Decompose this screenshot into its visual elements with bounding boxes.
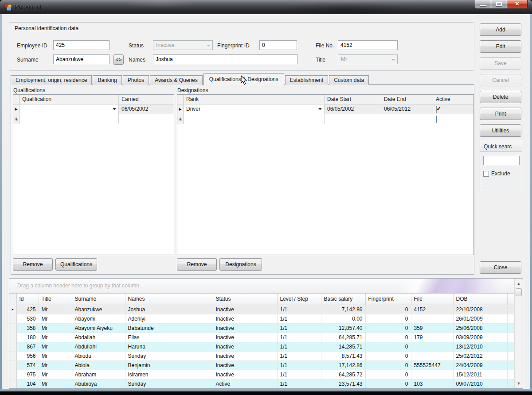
grid-cell[interactable]: Joshua xyxy=(125,305,213,314)
grid-cell[interactable]: 1/1 xyxy=(277,342,321,351)
grid-cell[interactable] xyxy=(411,370,453,379)
grid-cell[interactable]: 8,571.43 xyxy=(321,351,365,360)
grid-cell[interactable]: 1/1 xyxy=(277,370,321,379)
grid-cell[interactable]: 975 xyxy=(16,370,39,379)
grid-cell[interactable]: 09/07/2010 xyxy=(453,379,507,388)
grid-cell[interactable]: Benjamin xyxy=(125,360,213,370)
grid-cell[interactable]: Mr xyxy=(39,333,72,342)
designations-button[interactable]: Designations xyxy=(219,258,262,271)
grid-cell[interactable]: 25/02/2012 xyxy=(453,351,507,360)
column-header[interactable]: Names xyxy=(125,294,213,305)
grid-cell[interactable]: 03/09/2009 xyxy=(453,333,507,342)
grid-cell[interactable]: Inactive xyxy=(213,370,277,379)
tab-custom-data[interactable]: Custom data xyxy=(329,75,369,85)
grid-cell[interactable]: 0 xyxy=(365,342,411,351)
grid-cell[interactable]: Inactive xyxy=(213,323,277,333)
table-row[interactable]: ►425MrAbanzukweJoshuaInactive1/17,142.86… xyxy=(9,305,514,314)
grid-cell[interactable]: 15/12/2011 xyxy=(453,370,507,379)
grid-cell[interactable]: 0.00 xyxy=(321,314,365,323)
table-row[interactable]: 574MrAbiolaBenjaminInactive1/117,142.860… xyxy=(9,360,514,370)
grid-cell[interactable]: 0 xyxy=(365,351,411,360)
remove-qualification-button[interactable]: Remove xyxy=(13,258,53,271)
column-header[interactable]: DOB xyxy=(453,294,507,305)
column-header[interactable]: Title xyxy=(39,294,72,305)
rank-combo-cell[interactable]: Driver xyxy=(184,105,325,114)
grid-cell[interactable]: 0 xyxy=(365,323,411,333)
grid-cell[interactable]: Isiramen xyxy=(125,370,213,379)
column-header[interactable]: Basic salary xyxy=(321,294,365,305)
new-row[interactable]: ✳ xyxy=(177,114,473,124)
date-end-cell[interactable]: 06/05/2012 xyxy=(381,105,433,114)
remove-designation-button[interactable]: Remove xyxy=(177,258,217,271)
grid-cell[interactable] xyxy=(20,114,119,124)
grid-cell[interactable]: Inactive xyxy=(213,351,277,360)
earned-cell[interactable]: 06/05/2002 xyxy=(119,105,174,114)
grid-cell[interactable]: 17,142.86 xyxy=(321,360,365,370)
column-header[interactable]: File xyxy=(411,294,453,305)
column-header[interactable]: Date End xyxy=(381,95,433,104)
save-button[interactable]: Save xyxy=(480,57,521,70)
grid-cell[interactable]: 24/04/2009 xyxy=(453,360,507,370)
tab-establishment[interactable]: Establishment xyxy=(285,75,328,85)
grid-cell[interactable]: 180 xyxy=(16,333,39,342)
grid-cell[interactable]: 555525447 xyxy=(411,360,453,370)
grid-cell[interactable]: 103 xyxy=(411,379,453,388)
grid-cell[interactable]: 0 xyxy=(365,360,411,370)
column-header[interactable]: Active xyxy=(433,95,473,104)
column-header[interactable]: Date Start xyxy=(325,95,381,104)
swap-names-button[interactable]: <> xyxy=(113,54,124,65)
grid-cell[interactable] xyxy=(433,114,473,124)
table-row[interactable]: ▶ 06/05/2002 xyxy=(13,105,174,114)
table-row[interactable]: 358MrAbayomi AiyekuBabatundeInactive1/11… xyxy=(9,323,514,333)
grid-cell[interactable]: Abayomi xyxy=(72,314,125,323)
qualification-combo-cell[interactable] xyxy=(20,105,119,114)
tab-qualifications-designations[interactable]: Qualifications & Designations xyxy=(203,73,284,85)
exclude-checkbox[interactable] xyxy=(483,171,489,177)
grid-cell[interactable]: 0 xyxy=(365,370,411,379)
vertical-scrollbar[interactable]: ▲ ▼ xyxy=(514,279,523,388)
grid-cell[interactable]: 13/12/2010 xyxy=(453,342,507,351)
grid-cell[interactable]: 1/1 xyxy=(277,314,321,323)
fingerprint-id-input[interactable] xyxy=(259,40,297,50)
grid-cell[interactable]: Abdallah xyxy=(72,333,125,342)
grid-cell[interactable] xyxy=(381,114,433,124)
column-header[interactable]: Surname xyxy=(72,294,125,305)
window-titlebar[interactable]: Personnel ✕ xyxy=(0,0,532,14)
grid-cell[interactable]: 4152 xyxy=(411,305,453,314)
grid-cell[interactable]: 1/1 xyxy=(277,323,321,333)
grid-cell[interactable]: Babatunde xyxy=(125,323,213,333)
table-row[interactable]: 104MrAbubioyaSundayActive1/123,571.43010… xyxy=(9,379,514,388)
grid-cell[interactable]: 1/1 xyxy=(277,351,321,360)
scroll-thumb[interactable] xyxy=(516,288,522,296)
column-header[interactable]: Qualification xyxy=(20,95,119,104)
grid-cell[interactable]: 0 xyxy=(365,333,411,342)
column-header[interactable]: Fingerprint xyxy=(365,294,411,305)
print-button[interactable]: Print xyxy=(480,108,521,120)
grid-cell[interactable]: Mr xyxy=(39,370,72,379)
column-header[interactable]: Rank xyxy=(184,95,325,104)
new-row[interactable]: ✳ xyxy=(13,114,174,124)
grid-cell[interactable]: 14,285.71 xyxy=(321,342,365,351)
group-by-band[interactable]: Drag a column header here to group by th… xyxy=(9,279,514,294)
grid-cell[interactable]: Active xyxy=(213,379,277,388)
grid-cell[interactable]: 64,285.71 xyxy=(321,333,365,342)
table-row[interactable]: ▶ Driver 06/05/2002 06/05/2012 xyxy=(177,105,473,114)
grid-cell[interactable]: 359 xyxy=(411,323,453,333)
grid-cell[interactable]: Abubioya xyxy=(72,379,125,388)
grid-cell[interactable]: 25/06/2008 xyxy=(453,323,507,333)
grid-cell[interactable] xyxy=(184,114,325,124)
grid-cell[interactable]: Mr xyxy=(39,314,72,323)
grid-cell[interactable]: Inactive xyxy=(213,305,277,314)
grid-cell[interactable]: Abanzukwe xyxy=(72,305,125,314)
new-row-checkbox[interactable] xyxy=(436,116,437,123)
grid-cell[interactable]: Inactive xyxy=(213,342,277,351)
grid-cell[interactable]: Inactive xyxy=(213,314,277,323)
table-row[interactable]: 956MrAbioduSundayInactive1/18,571.43025/… xyxy=(9,351,514,360)
table-row[interactable]: 975MrAbrahamIsiramenInactive1/164,285.72… xyxy=(9,370,514,379)
grid-cell[interactable]: 1/1 xyxy=(277,305,321,314)
grid-cell[interactable]: 179 xyxy=(411,333,453,342)
grid-cell[interactable]: Mr xyxy=(39,379,72,388)
maximize-button[interactable] xyxy=(491,0,507,9)
grid-cell[interactable]: 956 xyxy=(16,351,39,360)
column-header[interactable]: Level / Step xyxy=(277,294,321,305)
